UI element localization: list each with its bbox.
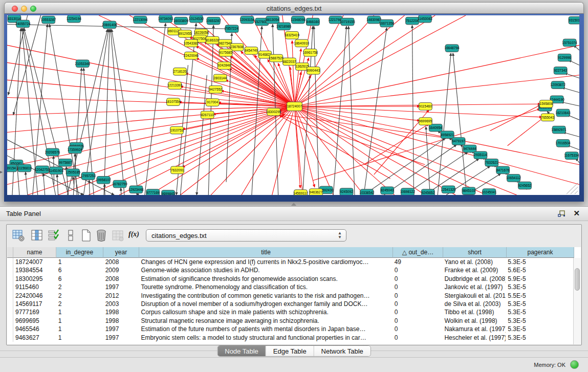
import-table-icon[interactable] bbox=[111, 229, 124, 242]
graph-node-label: 9115460 bbox=[419, 104, 432, 108]
row-gutter bbox=[7, 292, 13, 300]
table-cell: Dudbridge et al. (2008) bbox=[442, 275, 506, 283]
select-rows-icon[interactable] bbox=[47, 229, 60, 242]
graph-node-label: 16648794 bbox=[445, 46, 460, 50]
table-cell: 18724007 bbox=[13, 258, 56, 266]
graph-edge bbox=[7, 106, 294, 167]
graph-node-label: 9699845 bbox=[162, 192, 175, 195]
table-select-value: citations_edges.txt bbox=[151, 232, 207, 239]
table-cell: Corpus callosum shape and size in male p… bbox=[139, 308, 393, 316]
row-gutter bbox=[7, 258, 13, 266]
graph-node-label: 10124530 bbox=[189, 17, 204, 20]
float-panel-icon[interactable] bbox=[558, 210, 565, 217]
graph-node-label: 1595808 bbox=[540, 102, 553, 105]
table-row[interactable]: 1872400712008Changes of HCN gene express… bbox=[7, 258, 573, 266]
graph-node-label: 9975887 bbox=[59, 161, 72, 164]
desktop-artifact: ▸ bbox=[0, 169, 3, 174]
graph-node-label: 8267110 bbox=[201, 113, 214, 117]
network-graph: 8313014240557241055328712254194206914061… bbox=[7, 15, 579, 195]
table-cell: 0 bbox=[393, 300, 443, 308]
close-panel-icon[interactable]: ✕ bbox=[573, 209, 580, 218]
toggle-view-icon[interactable] bbox=[64, 229, 77, 242]
table-row[interactable]: 2242004622012Investigating the contribut… bbox=[7, 292, 573, 300]
graph-node-label: 7632091 bbox=[171, 168, 184, 172]
table-scrollbar-thumb[interactable] bbox=[575, 268, 580, 291]
memory-indicator-icon[interactable] bbox=[570, 360, 579, 369]
network-canvas[interactable]: 8313014240557241055328712254194206914061… bbox=[7, 15, 579, 195]
graph-node-label: 17016504 bbox=[556, 141, 571, 145]
table-cell: Disruption of a novel member of a sodium… bbox=[139, 300, 393, 308]
column-header-gutter[interactable] bbox=[7, 247, 13, 258]
graph-node-label: 17359924 bbox=[68, 148, 83, 151]
table-row[interactable]: 969969511998Structural magnetic resonanc… bbox=[7, 317, 573, 325]
tab-edge-table[interactable]: Edge Table bbox=[266, 346, 314, 356]
graph-node-label: 9827548 bbox=[219, 41, 232, 45]
graph-node-label: 12213393 bbox=[167, 83, 183, 87]
table-cell: 2 bbox=[56, 283, 103, 291]
graph-edge bbox=[294, 75, 579, 106]
table-cell: 6 bbox=[56, 266, 103, 274]
table-row[interactable]: 911546021997Tourette syndrome. Phenomeno… bbox=[7, 283, 573, 291]
table-row[interactable]: 1456911722003Disruption of a novel membe… bbox=[7, 300, 573, 308]
graph-node-label: 18640910 bbox=[294, 41, 310, 45]
table-cell: 22420046 bbox=[13, 292, 56, 300]
column-header-year[interactable]: year bbox=[103, 247, 139, 258]
column-header-in_degree[interactable]: in_degree bbox=[56, 247, 103, 258]
graph-node-label: 20206576 bbox=[45, 150, 60, 154]
table-cell: Changes of HCN gene expression and I(f) … bbox=[139, 258, 393, 266]
table-cell: 9699695 bbox=[13, 317, 56, 325]
graph-node-label: 11675334 bbox=[564, 154, 579, 157]
graph-node-label: 10543382 bbox=[184, 41, 199, 45]
graph-node-label: 8822037 bbox=[283, 60, 296, 63]
combo-stepper-icon: ▲▼ bbox=[338, 231, 342, 239]
table-row[interactable]: 977716911998Corpus callosum shape and si… bbox=[7, 308, 573, 316]
graph-node-label: 17957253 bbox=[81, 174, 96, 178]
table-row[interactable]: 946362711997Embryonic stem cells: a mode… bbox=[7, 334, 573, 342]
table-cell: Genome-wide association studies in ADHD. bbox=[139, 266, 393, 274]
tab-network-table[interactable]: Network Table bbox=[314, 346, 371, 356]
graph-edge bbox=[145, 24, 166, 195]
table-scrollbar[interactable] bbox=[573, 258, 581, 344]
column-header-name[interactable]: name bbox=[13, 247, 56, 258]
table-row[interactable]: 1830029562008Estimation of significance … bbox=[7, 275, 573, 283]
table-panel: Table Panel ✕ bbox=[0, 206, 588, 372]
graph-node-label: 2803144 bbox=[213, 76, 227, 80]
graph-node-label: 9315014 bbox=[569, 18, 579, 22]
graph-node-label: 10653287 bbox=[206, 19, 222, 23]
table-cell: 1997 bbox=[103, 283, 139, 291]
graph-node-label: 18325419 bbox=[285, 33, 300, 37]
graph-node-label: 11451903 bbox=[49, 169, 63, 172]
column-header-pagerank[interactable]: pagerank bbox=[507, 247, 574, 258]
graph-edge bbox=[294, 45, 579, 106]
column-header-short[interactable]: short bbox=[443, 247, 507, 258]
function-builder-icon[interactable]: f(x) bbox=[128, 230, 142, 244]
table-select-dropdown[interactable]: citations_edges.txt ▲▼ bbox=[146, 229, 346, 242]
table-cell: 9115460 bbox=[13, 283, 56, 291]
panel-resize-grip[interactable] bbox=[291, 203, 296, 206]
graph-node-label: 12254194 bbox=[67, 17, 82, 20]
show-columns-icon[interactable] bbox=[30, 229, 43, 242]
table-panel-title: Table Panel bbox=[6, 210, 41, 217]
tab-node-table[interactable]: Node Table bbox=[217, 346, 266, 356]
table-cell: 0 bbox=[393, 325, 443, 333]
column-header-out_de…[interactable]: △ out_de… bbox=[393, 247, 443, 258]
graph-node-label: 9129996 bbox=[558, 56, 571, 59]
table-cell: 5.3E-5 bbox=[506, 258, 573, 266]
column-header-title[interactable]: title bbox=[139, 247, 393, 258]
create-column-icon[interactable] bbox=[79, 229, 93, 242]
window-titlebar[interactable]: citations_edges.txt bbox=[4, 2, 584, 14]
graph-edge bbox=[453, 53, 467, 195]
table-row[interactable]: 946554611997Estimation of the future num… bbox=[7, 325, 573, 333]
graph-edge bbox=[333, 26, 346, 195]
network-view-frame: 8313014240557241055328712254194206914061… bbox=[4, 14, 584, 202]
graph-node-label: 11453083 bbox=[418, 17, 432, 20]
delete-column-icon[interactable] bbox=[95, 229, 108, 242]
graph-node-label: 12541320 bbox=[441, 188, 456, 191]
table-cell: 5.5E-5 bbox=[506, 292, 573, 300]
table-cell: 0 bbox=[393, 275, 443, 283]
graph-edge bbox=[508, 118, 543, 145]
table-cell: 0 bbox=[393, 308, 443, 316]
table-cell: 5.9E-5 bbox=[506, 275, 573, 283]
table-mode-icon[interactable] bbox=[12, 229, 25, 242]
table-row[interactable]: 1938455462009Genome-wide association stu… bbox=[7, 266, 573, 274]
